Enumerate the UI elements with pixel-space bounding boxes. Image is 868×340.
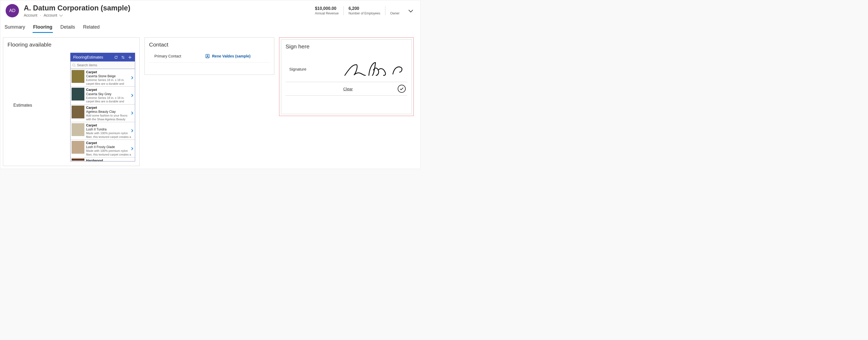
chevron-right-icon [129,76,134,80]
list-item[interactable]: Carpet Lush II Frosty Glade Made with 10… [70,140,135,158]
check-icon [400,87,404,90]
header-metrics: $10,000.00 Annual Revenue 6,200 Number o… [310,6,404,15]
svg-point-2 [207,55,208,56]
chevron-right-icon [129,111,134,115]
form-label: Account [43,13,57,18]
primary-contact-row: Primary Contact Rene Valdes (sample) [149,51,270,62]
item-desc: Extreme Series 18 in. x 18 in. carpet ti… [86,96,131,103]
add-icon[interactable] [127,54,133,60]
sort-icon[interactable] [120,54,126,60]
body-grid: Flooring available Estimates FlooringEst… [0,33,421,169]
chevron-right-icon [129,129,134,133]
expand-header-button[interactable] [406,6,415,15]
chevron-right-icon [129,146,134,151]
title-block: A. Datum Corporation (sample) Account Ac… [24,4,310,17]
item-category: Hardwood [86,159,131,161]
tab-related[interactable]: Related [83,23,100,33]
swatch [71,106,84,118]
separator-dot [39,13,42,18]
item-category: Carpet [86,106,131,110]
item-desc: Made with 100% premium nylon fiber, this… [86,149,131,156]
chevron-down-icon[interactable] [59,13,63,17]
metric-owner: Owner [385,6,404,15]
list-item[interactable]: Carpet Lush II Tundra Made with 100% pre… [70,122,135,140]
signature-row: Signature [285,52,407,82]
metric-annual-revenue: $10,000.00 Annual Revenue [310,6,343,15]
sign-wrap-highlight: Sign here Signature Clear [279,37,414,116]
list-item[interactable]: Carpet Caserta Stone Beige Extreme Serie… [70,69,135,87]
item-desc: Add some fashion to your floors with the… [86,114,131,121]
swatch [71,141,84,154]
metric-label: Number of Employees [348,11,380,15]
item-category: Carpet [86,70,131,74]
item-category: Carpet [86,123,131,128]
item-desc: Made with 100% premium nylon fiber, this… [86,132,131,138]
swatch [71,88,84,101]
item-category: Carpet [86,141,131,145]
estimates-header: FlooringEstimates [70,53,135,61]
signature-label: Signature [289,55,343,72]
item-name: Caserta Sky Grey [86,92,131,96]
signature-pad[interactable] [343,55,406,80]
estimates-title: FlooringEstimates [73,55,103,59]
person-icon [205,54,210,59]
search-icon [72,63,76,67]
contact-section-title: Contact [149,41,270,48]
list-item[interactable]: Carpet Caserta Sky Grey Extreme Series 1… [70,87,135,104]
search-row [70,61,135,69]
clear-button[interactable]: Clear [343,87,353,91]
entity-label: Account [24,13,37,18]
list-item[interactable]: Hardwood [70,158,135,161]
metric-label: Owner [390,11,400,15]
primary-contact-label: Primary Contact [154,54,205,58]
list-item[interactable]: Carpet Ageless Beauty Clay Add some fash… [70,105,135,122]
swatch [71,123,84,136]
metric-value: 6,200 [348,6,380,11]
sign-section-title: Sign here [285,43,407,50]
search-input[interactable] [76,62,133,67]
flooring-card: Flooring available Estimates FlooringEst… [3,37,140,166]
record-page: AD A. Datum Corporation (sample) Account… [0,0,421,169]
confirm-button[interactable] [398,85,406,93]
metric-value: $10,000.00 [315,6,339,11]
metric-label: Annual Revenue [315,11,339,15]
metric-employees: 6,200 Number of Employees [343,6,385,15]
sign-card: Sign here Signature Clear [281,39,412,114]
item-category: Carpet [86,88,131,92]
item-name: Caserta Stone Beige [86,74,131,78]
primary-contact-name: Rene Valdes (sample) [212,54,250,58]
item-name: Lush II Frosty Glade [86,145,131,149]
item-name: Ageless Beauty Clay [86,110,131,114]
clear-row: Clear [285,82,407,96]
estimates-panel: FlooringEstimates [70,53,135,162]
refresh-icon[interactable] [113,54,119,60]
flooring-section-title: Flooring available [7,41,135,48]
page-title: A. Datum Corporation (sample) [24,4,310,12]
flooring-grid: Estimates FlooringEstimates [7,53,135,162]
swatch [71,70,84,83]
tab-summary[interactable]: Summary [4,23,26,33]
page-subtitle: Account Account [24,13,310,18]
contact-card: Contact Primary Contact Rene Valdes (sam… [145,37,274,75]
tab-bar: Summary Flooring Details Related [0,19,421,33]
item-desc: Extreme Series 18 in. x 18 in. carpet ti… [86,78,131,85]
tab-details[interactable]: Details [60,23,75,33]
estimates-label: Estimates [7,53,70,162]
item-name: Lush II Tundra [86,128,131,132]
tab-flooring[interactable]: Flooring [33,23,53,33]
page-header: AD A. Datum Corporation (sample) Account… [0,0,421,19]
avatar: AD [6,4,19,18]
chevron-right-icon [129,93,134,97]
svg-point-0 [73,64,75,66]
swatch [71,159,84,161]
primary-contact-value[interactable]: Rene Valdes (sample) [205,54,250,59]
metric-value [390,6,400,11]
